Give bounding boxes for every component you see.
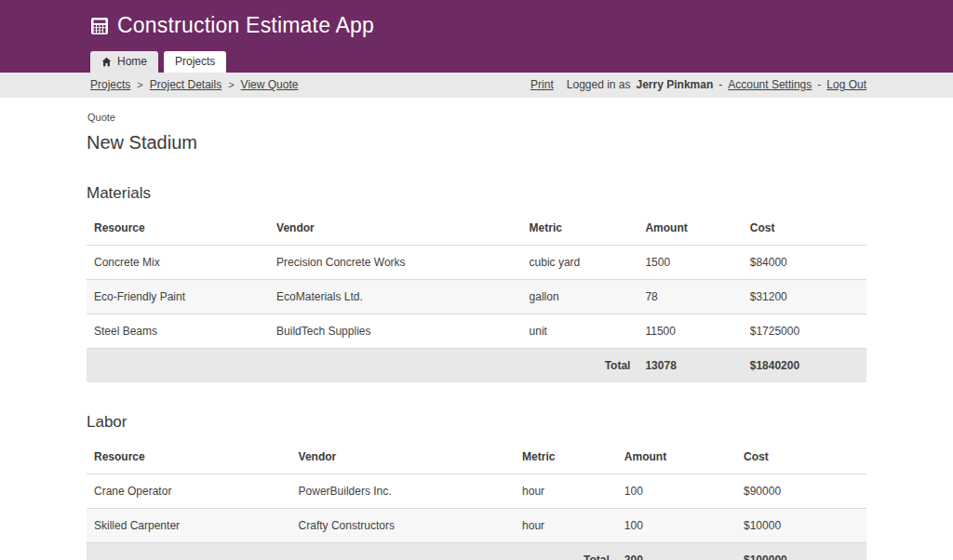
calculator-icon [90,17,109,35]
app-header: Construction Estimate App Home Projects [0,0,953,73]
total-row: Total 13078 $1840200 [87,349,866,383]
col-header-vendor: Vendor [291,440,516,474]
cell-amount: 100 [617,509,736,543]
cell-amount: 1500 [638,246,742,280]
main-nav: Home Projects [87,51,866,73]
breadcrumb-separator: > [137,79,142,90]
breadcrumb: Projects > Project Details > View Quote [87,78,298,91]
total-amount: 200 [617,543,736,560]
cell-metric: hour [515,509,617,543]
col-header-amount: Amount [638,211,742,246]
logout-link[interactable]: Log Out [826,78,866,91]
breadcrumb-bar: Projects > Project Details > View Quote … [0,73,953,98]
table-row: Skilled Carpenter Crafty Constructors ho… [87,509,866,543]
col-header-resource: Resource [87,440,291,474]
materials-section: Materials Resource Vendor Metric Amount … [87,184,866,382]
cell-metric: cubic yard [522,246,638,280]
cell-amount: 11500 [638,314,742,349]
breadcrumb-link-project-details[interactable]: Project Details [150,78,221,91]
print-link[interactable]: Print [530,78,554,91]
table-header-row: Resource Vendor Metric Amount Cost [87,440,866,474]
table-row: Steel Beams BuildTech Supplies unit 1150… [87,314,866,349]
cell-cost: $84000 [743,246,866,280]
logged-in-text: Logged in as [567,78,631,91]
materials-section-title: Materials [87,184,866,203]
col-header-metric: Metric [515,440,617,474]
userbar-dash: - [817,78,821,91]
cell-resource: Concrete Mix [87,246,269,280]
breadcrumb-separator: > [228,79,234,90]
page-title: New Stadium [87,132,866,153]
tab-home[interactable]: Home [90,51,158,73]
userbar-dash: - [718,78,722,91]
col-header-cost: Cost [743,211,866,246]
username: Jerry Pinkman [637,78,714,91]
table-row: Eco-Friendly Paint EcoMaterials Ltd. gal… [87,280,866,314]
cell-resource: Skilled Carpenter [87,509,291,543]
user-bar: Print Logged in as Jerry Pinkman - Accou… [530,78,866,91]
col-header-amount: Amount [617,440,736,474]
table-row: Crane Operator PowerBuilders Inc. hour 1… [87,474,866,509]
app-title: Construction Estimate App [117,13,374,38]
materials-table: Resource Vendor Metric Amount Cost Concr… [87,211,866,382]
cell-resource: Eco-Friendly Paint [87,280,269,314]
cell-vendor: BuildTech Supplies [269,314,522,349]
cell-metric: hour [515,474,617,509]
tab-projects[interactable]: Projects [164,51,226,73]
home-icon [101,57,112,67]
cell-cost: $1725000 [743,314,866,349]
breadcrumb-link-projects[interactable]: Projects [90,78,130,91]
col-header-resource: Resource [87,211,269,246]
cell-metric: unit [522,314,638,349]
total-row: Total 200 $100000 [87,543,866,560]
cell-vendor: EcoMaterials Ltd. [269,280,522,314]
tab-home-label: Home [117,55,147,68]
cell-vendor: Precision Concrete Works [269,246,522,280]
labor-section: Labor Resource Vendor Metric Amount Cost… [87,413,866,560]
quote-kicker: Quote [87,112,866,123]
cell-resource: Steel Beams [87,314,269,349]
cell-vendor: Crafty Constructors [291,509,516,543]
cell-amount: 100 [617,474,736,509]
cell-resource: Crane Operator [87,474,291,509]
cell-vendor: PowerBuilders Inc. [291,474,516,509]
cell-metric: gallon [522,280,638,314]
labor-table: Resource Vendor Metric Amount Cost Crane… [87,440,866,560]
col-header-cost: Cost [736,440,866,474]
total-label: Total [522,349,638,383]
total-cost: $100000 [736,543,866,560]
app-brand: Construction Estimate App [87,0,866,44]
col-header-vendor: Vendor [269,211,522,246]
table-header-row: Resource Vendor Metric Amount Cost [87,211,866,246]
table-row: Concrete Mix Precision Concrete Works cu… [87,246,866,280]
account-settings-link[interactable]: Account Settings [728,78,812,91]
labor-section-title: Labor [87,413,866,432]
cell-cost: $10000 [736,509,866,543]
total-cost: $1840200 [743,349,866,383]
cell-cost: $90000 [736,474,866,509]
total-amount: 13078 [638,349,742,383]
tab-projects-label: Projects [175,55,215,68]
cell-cost: $31200 [743,280,866,314]
breadcrumb-link-view-quote[interactable]: View Quote [241,78,299,91]
total-label: Total [515,543,617,560]
cell-amount: 78 [638,280,742,314]
col-header-metric: Metric [522,211,638,246]
